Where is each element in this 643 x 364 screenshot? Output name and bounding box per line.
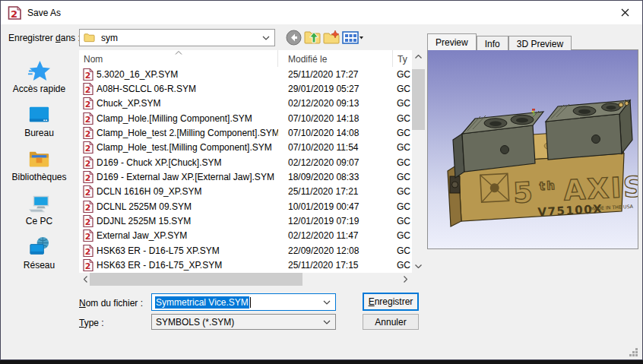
file-type: GC xyxy=(393,69,412,80)
file-modified-date: 07/10/2020 14:08 xyxy=(278,128,393,138)
tab-preview[interactable]: Preview xyxy=(427,33,477,50)
vertical-scrollbar[interactable] xyxy=(412,50,425,273)
save-in-combobox[interactable]: sym xyxy=(79,29,275,46)
file-type: GC xyxy=(393,113,412,124)
scroll-down-icon[interactable] xyxy=(412,260,425,273)
column-header-type[interactable]: Ty xyxy=(393,50,412,67)
file-type: GC xyxy=(393,98,412,109)
sym-file-icon: 2 xyxy=(83,171,93,183)
file-name: DDJNL 2525M 15.SYM xyxy=(97,216,191,226)
file-type: GC xyxy=(393,245,412,256)
scroll-right-icon[interactable] xyxy=(399,273,412,286)
filename-combobox[interactable]: Symmetrical Vice.SYM xyxy=(151,293,336,311)
file-row[interactable]: 2 D169 - External Jaw XP.[External Jaw].… xyxy=(79,169,412,184)
resize-grip-icon[interactable] xyxy=(629,347,638,357)
file-list: Nom Modifié le Ty 2 5.3020_16_XP.SYM 25/… xyxy=(79,50,425,286)
save-as-dialog: 2 Save As Enregistrer dans : sym xyxy=(0,0,643,360)
file-name: External Jaw_XP.SYM xyxy=(97,230,187,241)
file-modified-date: 07/10/2020 11:54 xyxy=(278,142,393,153)
file-modified-date: 07/10/2020 14:18 xyxy=(278,113,393,124)
file-modified-date: 22/09/2020 12:08 xyxy=(278,245,393,256)
scrollbar-corner xyxy=(412,273,425,286)
back-button[interactable] xyxy=(284,29,302,46)
column-header-modified[interactable]: Modifié le xyxy=(278,50,393,67)
sidebar-item-label: Réseau xyxy=(24,260,55,271)
this-pc-icon xyxy=(27,191,51,215)
file-name: Clamp_Hole.[Milling Component].SYM xyxy=(97,113,252,124)
file-row[interactable]: 2 A08H-SCLCL 06-R.SYM 29/01/2019 05:27 G… xyxy=(79,81,412,96)
svg-text:2: 2 xyxy=(85,114,91,124)
file-row[interactable]: 2 DCLN 1616H 09_XP.SYM 25/11/2020 17:21 … xyxy=(79,185,412,199)
sidebar-item-this-pc[interactable]: Ce PC xyxy=(3,191,76,227)
file-row[interactable]: 2 Chuck_XP.SYM 02/12/2020 09:13 GC xyxy=(79,97,412,111)
file-name: A08H-SCLCL 06-R.SYM xyxy=(97,84,196,94)
filename-value: Symmetrical Vice.SYM xyxy=(155,296,249,309)
column-header-name[interactable]: Nom xyxy=(79,50,278,67)
file-row[interactable]: 2 Clamp_Hole.[Milling Component].SYM 07/… xyxy=(79,111,412,125)
file-type: GC xyxy=(393,216,412,226)
file-modified-date: 25/11/2020 17:27 xyxy=(278,69,393,80)
file-row[interactable]: 2 External Jaw_XP.SYM 02/12/2020 11:47 G… xyxy=(79,229,412,243)
file-row[interactable]: 2 DCLNL 2525M 09.SYM 10/01/2019 00:47 GC xyxy=(79,199,412,214)
sidebar-item-label: Bibliothèques xyxy=(11,172,66,182)
file-modified-date: 10/01/2019 00:47 xyxy=(278,201,393,212)
file-name: HSK63 ER - D16-L75_XP.SYM xyxy=(97,260,222,271)
file-modified-date: 29/01/2019 05:27 xyxy=(278,84,393,94)
file-name: D169 - External Jaw XP.[External Jaw].SY… xyxy=(97,172,274,182)
sort-ascending-icon xyxy=(175,51,182,55)
up-one-level-button[interactable] xyxy=(303,29,322,46)
cancel-button[interactable]: Annuler xyxy=(363,314,419,330)
file-modified-date: 25/11/2020 17:21 xyxy=(278,186,393,197)
file-row[interactable]: 2 Clamp_Hole_test 2.[Milling Component].… xyxy=(79,125,412,140)
close-icon[interactable] xyxy=(613,4,636,21)
file-row[interactable]: 2 HSK63 ER - D16-L75_XP.SYM 25/11/2020 1… xyxy=(79,258,412,272)
list-header: Nom Modifié le Ty xyxy=(79,50,412,67)
svg-text:2: 2 xyxy=(11,8,17,19)
svg-text:2: 2 xyxy=(85,173,91,183)
horizontal-scroll-thumb[interactable] xyxy=(90,273,302,286)
sym-file-icon: 2 xyxy=(83,97,93,109)
file-row[interactable]: 2 5.3020_16_XP.SYM 25/11/2020 17:27 GC xyxy=(79,67,412,81)
filetype-combobox[interactable]: SYMBOLS (*.SYM) xyxy=(151,314,336,330)
file-rows: 2 5.3020_16_XP.SYM 25/11/2020 17:27 GC 2… xyxy=(79,67,412,273)
sidebar-item-quick-access[interactable]: Accès rapide xyxy=(3,59,76,95)
desktop-icon xyxy=(27,103,51,127)
new-folder-button[interactable] xyxy=(322,29,341,46)
sym-file-icon: 2 xyxy=(83,215,93,227)
vice-3d-preview: 5 th AXIS V75100X MADE IN THE USA xyxy=(428,50,638,249)
file-name: DCLN 1616H 09_XP.SYM xyxy=(97,186,202,197)
svg-text:2: 2 xyxy=(85,70,91,80)
sym-file-icon: 2 xyxy=(83,201,93,213)
vertical-scroll-thumb[interactable] xyxy=(412,69,425,130)
sym-file-icon: 2 xyxy=(83,141,93,154)
up-one-level-icon xyxy=(304,30,321,45)
file-row[interactable]: 2 DDJNL 2525M 15.SYM 12/01/2019 07:19 GC xyxy=(79,214,412,228)
sym-file-icon: 2 xyxy=(83,112,93,125)
tab-3d-preview[interactable]: 3D Preview xyxy=(508,36,572,50)
sym-file-icon: 2 xyxy=(83,229,93,242)
file-row[interactable]: 2 HSK63 ER - D16-L75 XP.SYM 22/09/2020 1… xyxy=(79,243,412,258)
sym-file-icon: 2 xyxy=(83,127,93,139)
view-menu-button[interactable] xyxy=(341,29,365,46)
sidebar-item-desktop[interactable]: Bureau xyxy=(3,103,76,139)
file-name: 5.3020_16_XP.SYM xyxy=(97,69,178,80)
svg-text:2: 2 xyxy=(85,144,91,154)
tab-info[interactable]: Info xyxy=(477,36,508,50)
sym-file-icon: 2 xyxy=(83,83,93,95)
save-button[interactable]: Enregistrer xyxy=(363,293,419,311)
sidebar-item-libraries[interactable]: Bibliothèques xyxy=(3,147,76,183)
svg-text:2: 2 xyxy=(85,232,91,242)
file-type: GC xyxy=(393,84,412,94)
file-name: HSK63 ER - D16-L75 XP.SYM xyxy=(97,245,220,256)
chevron-down-icon xyxy=(323,300,331,305)
svg-text:2: 2 xyxy=(85,85,91,95)
file-row[interactable]: 2 D169 - Chuck XP.[Chuck].SYM 02/12/2020… xyxy=(79,155,412,169)
sidebar-item-network[interactable]: Réseau xyxy=(3,236,76,271)
file-modified-date: 02/12/2020 11:47 xyxy=(278,230,393,241)
file-row[interactable]: 2 Clamp_Hole_test.[Milling Component].SY… xyxy=(79,141,412,155)
scroll-up-icon[interactable] xyxy=(412,50,425,63)
svg-text:2: 2 xyxy=(85,129,91,139)
file-modified-date: 25/11/2020 17:15 xyxy=(278,260,393,271)
back-icon xyxy=(286,30,302,46)
horizontal-scrollbar[interactable] xyxy=(79,273,412,286)
